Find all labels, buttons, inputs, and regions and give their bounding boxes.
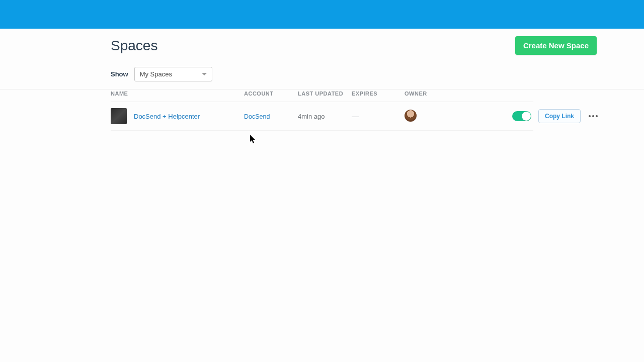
owner-avatar[interactable]	[405, 110, 417, 122]
mouse-cursor-icon	[250, 135, 256, 144]
table-row: DocSend + Helpcenter DocSend 4min ago — …	[111, 102, 533, 131]
column-header-owner[interactable]: OWNER	[405, 85, 440, 102]
last-updated-cell: 4min ago	[298, 102, 352, 131]
filter-label: Show	[111, 70, 128, 78]
page-title: Spaces	[111, 38, 157, 54]
account-link[interactable]: DocSend	[244, 113, 270, 120]
expires-cell: —	[352, 102, 405, 131]
copy-link-button[interactable]: Copy Link	[538, 109, 581, 123]
column-header-updated[interactable]: LAST UPDATED	[298, 85, 352, 102]
column-header-name[interactable]: NAME	[111, 85, 244, 102]
chevron-down-icon	[202, 73, 207, 75]
more-options-icon[interactable]	[588, 112, 599, 120]
column-header-expires[interactable]: EXPIRES	[352, 85, 405, 102]
space-thumbnail[interactable]	[111, 108, 127, 124]
filter-bar: Show My Spaces	[111, 61, 533, 85]
page-header: Spaces Create New Space	[111, 29, 533, 61]
filter-selected-value: My Spaces	[140, 70, 172, 78]
active-toggle[interactable]	[512, 111, 531, 121]
filter-select[interactable]: My Spaces	[134, 67, 212, 81]
column-header-account[interactable]: ACCOUNT	[244, 85, 298, 102]
space-name-link[interactable]: DocSend + Helpcenter	[134, 113, 200, 120]
create-new-space-button[interactable]: Create New Space	[515, 36, 597, 55]
top-nav-bar	[0, 0, 644, 29]
spaces-table: NAME ACCOUNT LAST UPDATED EXPIRES OWNER …	[111, 85, 533, 131]
column-header-actions	[440, 85, 533, 102]
